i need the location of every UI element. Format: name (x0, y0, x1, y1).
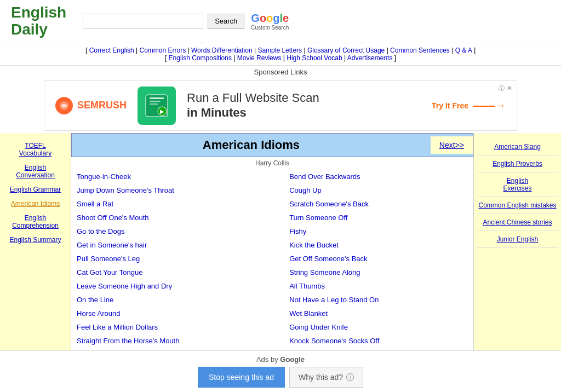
table-row: Leave Someone High and DryAll Thumbs (72, 280, 472, 292)
idiom-link-right[interactable]: Not Have a Leg to Stand On (289, 295, 468, 305)
content-area: American Idioms Next>> Harry Collis Tong… (71, 133, 473, 352)
ads-by-google-label: Ads by Google (4, 355, 557, 364)
right-link-mistakes[interactable]: Common English mistakes (477, 197, 558, 214)
idiom-link-left[interactable]: Straight From the Horse's Mouth (77, 336, 279, 346)
table-row: Straight From the Horse's MouthKnock Som… (72, 335, 472, 347)
right-link-junior[interactable]: Junior English (477, 231, 558, 248)
table-row: Tongue-in-CheekBend Over Backwards (72, 170, 472, 183)
nav-high-school[interactable]: High School Vocab (287, 54, 342, 62)
google-logo: Google (251, 12, 289, 25)
idioms-title: American Idioms (72, 134, 431, 157)
right-sidebar: American Slang English Proverbs EnglishE… (473, 133, 561, 352)
idiom-link-right[interactable]: Bend Over Backwards (289, 171, 468, 182)
table-row: Get in Someone's hairKick the Bucket (72, 239, 472, 251)
table-row: Shoot Off One's MouthTurn Someone Off (72, 211, 472, 224)
idioms-table: Tongue-in-CheekBend Over BackwardsJump D… (71, 169, 473, 348)
sidebar-item-comprehension[interactable]: EnglishComprehension (3, 211, 68, 233)
table-row: Jump Down Someone's ThroatCough Up (72, 184, 472, 197)
idiom-link-left[interactable]: Tongue-in-Cheek (77, 171, 279, 182)
ad-cta[interactable]: Try It Free ——→ (432, 99, 506, 112)
idiom-link-right[interactable]: Cough Up (289, 185, 468, 195)
nav-common-errors[interactable]: Common Errors (140, 47, 186, 54)
ad-text: Run a Full Website Scan in Minutes (187, 91, 319, 120)
idiom-link-left[interactable]: Feel Like a Million Dollars (77, 322, 279, 332)
table-row: Cat Got Your TongueString Someone Along (72, 266, 472, 279)
idioms-header: American Idioms Next>> (71, 133, 473, 157)
arrow-icon: ——→ (473, 99, 506, 112)
idiom-link-left[interactable]: Cat Got Your Tongue (77, 267, 279, 278)
right-link-proverbs[interactable]: English Proverbs (477, 155, 558, 172)
idiom-link-right[interactable]: All Thumbs (289, 281, 468, 291)
ad-close-button[interactable]: ✕ (507, 84, 512, 92)
idiom-link-right[interactable]: String Someone Along (289, 267, 468, 278)
semrush-name: SEMRUSH (77, 100, 127, 111)
semrush-icon (55, 97, 73, 114)
idiom-link-left[interactable]: Go to the Dogs (77, 226, 279, 237)
search-input[interactable] (83, 14, 203, 29)
nav-words-diff[interactable]: Words Differentiation (191, 47, 253, 54)
idiom-link-right[interactable]: Kick the Bucket (289, 240, 468, 250)
table-row: Pull Someone's LegGet Off Someone's Back (72, 252, 472, 265)
right-link-slang[interactable]: American Slang (477, 139, 558, 155)
table-row: Smell a RatScratch Someone's Back (72, 198, 472, 210)
sidebar-item-summary[interactable]: English Summary (3, 233, 68, 247)
idiom-link-left[interactable]: Shoot Off One's Mouth (77, 212, 279, 223)
right-link-exercises[interactable]: EnglishExercises (477, 172, 558, 197)
right-link-chinese[interactable]: Ancient Chinese stories (477, 214, 558, 231)
sidebar: TOEFLVocabulary EnglishConversation Engl… (0, 133, 71, 352)
idiom-link-right[interactable]: Scratch Someone's Back (289, 199, 468, 209)
table-row: Go to the DogsFishy (72, 225, 472, 238)
why-this-ad-button[interactable]: Why this ad? i (289, 367, 363, 388)
table-row: Horse AroundWet Blanket (72, 307, 472, 320)
ad-bottom-bar: Ads by Google Stop seeing this ad Why th… (0, 350, 561, 392)
svg-rect-4 (150, 103, 158, 105)
nav-advertisements[interactable]: Advertisements (347, 54, 393, 62)
idiom-link-right[interactable]: Knock Someone's Socks Off (289, 336, 468, 346)
idiom-link-left[interactable]: Jump Down Someone's Throat (77, 185, 279, 195)
idiom-link-right[interactable]: Wet Blanket (289, 308, 468, 319)
why-ad-label: Why this ad? (299, 373, 343, 382)
sponsored-label: Sponsored Links (0, 66, 561, 78)
nav-sample-letters[interactable]: Sample Letters (257, 47, 302, 54)
sidebar-item-grammar[interactable]: English Grammar (3, 182, 68, 197)
svg-rect-2 (150, 97, 164, 99)
nav-correct-english[interactable]: Correct English (89, 47, 134, 54)
svg-text:▶: ▶ (160, 108, 164, 114)
idiom-link-left[interactable]: Horse Around (77, 308, 279, 319)
nav-common-sentences[interactable]: Common Sentences (390, 47, 450, 54)
nav-links: [ Correct English | Common Errors | Word… (0, 43, 561, 66)
main-layout: TOEFLVocabulary EnglishConversation Engl… (0, 133, 561, 352)
semrush-logo: SEMRUSH (55, 97, 127, 114)
info-circle-icon: i (346, 373, 354, 381)
logo-daily: Daily (11, 21, 48, 38)
ad-banner: SEMRUSH ▶ Run a Full Website Scan in Min… (44, 80, 517, 131)
nav-compositions[interactable]: English Compositions (169, 54, 232, 62)
nav-qa[interactable]: Q & A (455, 47, 472, 54)
idiom-link-left[interactable]: Leave Someone High and Dry (77, 281, 279, 291)
idiom-link-right[interactable]: Fishy (289, 226, 468, 237)
idiom-link-left[interactable]: Get in Someone's hair (77, 240, 279, 250)
nav-movie-reviews[interactable]: Movie Reviews (237, 54, 282, 62)
search-button[interactable]: Search (208, 14, 244, 29)
idiom-link-left[interactable]: On the Line (77, 295, 279, 305)
custom-search-label: Custom Search (251, 25, 289, 31)
table-row: On the LineNot Have a Leg to Stand On (72, 293, 472, 306)
idiom-link-left[interactable]: Smell a Rat (77, 199, 279, 209)
idiom-link-left[interactable]: Pull Someone's Leg (77, 253, 279, 264)
sidebar-item-conversation[interactable]: EnglishConversation (3, 160, 68, 182)
sidebar-item-idioms[interactable]: American Idioms (3, 197, 68, 211)
ad-graphic: ▶ (138, 87, 176, 125)
author-label: Harry Collis (71, 157, 473, 169)
logo-english: English (11, 4, 66, 21)
svg-rect-3 (150, 101, 161, 102)
idiom-link-right[interactable]: Turn Someone Off (289, 212, 468, 223)
sidebar-item-toefl[interactable]: TOEFLVocabulary (3, 139, 68, 160)
next-link[interactable]: Next>> (431, 136, 473, 154)
stop-seeing-ad-button[interactable]: Stop seeing this ad (198, 367, 285, 388)
google-logo-bottom: Google (280, 355, 305, 364)
table-row: Feel Like a Million DollarsGoing Under K… (72, 321, 472, 333)
idiom-link-right[interactable]: Get Off Someone's Back (289, 253, 468, 264)
idiom-link-right[interactable]: Going Under Knife (289, 322, 468, 332)
ad-info-icon[interactable]: ⓘ (499, 84, 505, 93)
nav-glossary[interactable]: Glossary of Correct Usage (307, 47, 385, 54)
